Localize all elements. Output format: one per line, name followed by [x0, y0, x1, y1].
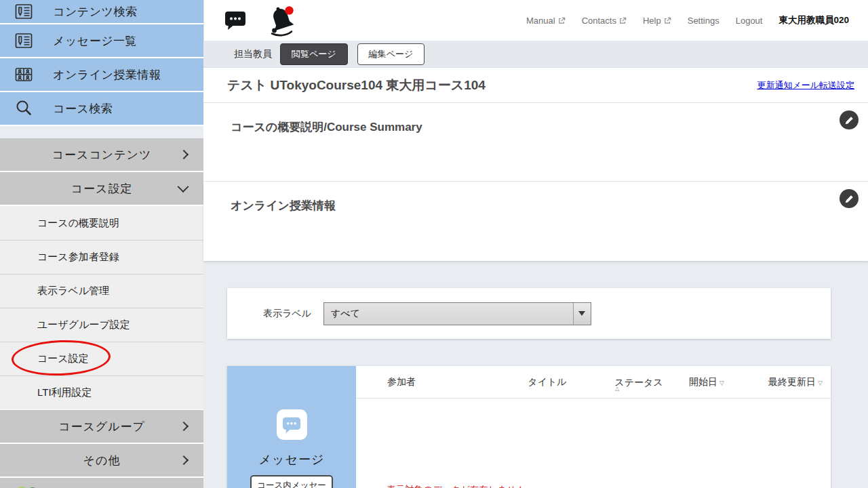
- display-label-label: 表示ラベル: [263, 308, 311, 320]
- subitem-label: コースの概要説明: [37, 217, 119, 230]
- sidebar-footer: [0, 478, 203, 488]
- notification-dot: [285, 6, 293, 14]
- chevron-right-icon: [179, 422, 189, 431]
- course-summary-section: コースの概要説明/Course Summary: [203, 103, 868, 182]
- subitem-label: コース設定: [37, 352, 89, 365]
- sidebar-item-label: コース検索: [53, 101, 113, 117]
- contacts-label: Contacts: [582, 16, 616, 26]
- help-link[interactable]: Help: [643, 16, 671, 26]
- column-start-date[interactable]: 開始日▽: [689, 376, 724, 388]
- message-table-header: 参加者 タイトル ステータス △ 開始日▽ 最終更新日▽: [356, 366, 831, 399]
- empty-list-message: 表示対象のデータが存在しません。: [387, 484, 535, 488]
- messages-icon[interactable]: [224, 10, 246, 33]
- update-mail-forward-link[interactable]: 更新通知メール転送設定: [757, 79, 854, 92]
- display-label-filter-card: 表示ラベル すべて: [227, 288, 831, 339]
- sidebar-item-course-search[interactable]: コース検索: [0, 92, 203, 125]
- course-titlebar: テスト UTokyoCourse104 東大用コース104 更新通知メール転送設…: [203, 68, 868, 103]
- logout-link[interactable]: Logout: [736, 16, 763, 26]
- message-list-card: メッセージ コース内メッセー 参加者 タイトル ステータス △ 開始日▽ 最終更…: [227, 366, 831, 488]
- subitem-label: 表示ラベル管理: [37, 285, 109, 298]
- subitem-label: LTI利用設定: [37, 386, 92, 399]
- online-class-info-heading: オンライン授業情報: [203, 182, 868, 214]
- manual-label: Manual: [526, 16, 555, 26]
- main-content: Manual Contacts Help: [203, 0, 868, 488]
- chevron-right-icon: [179, 150, 189, 159]
- itc-lms-screen: コンテンツ検索 メッセージ一覧: [0, 0, 868, 488]
- sidebar-item-online-class-info[interactable]: オンライン授業情報: [0, 58, 203, 91]
- message-bubble-icon: [277, 409, 307, 440]
- external-link-icon: [619, 17, 627, 24]
- column-last-updated[interactable]: 最終更新日▽: [768, 376, 823, 388]
- sidebar-item-label: コンテンツ検索: [53, 4, 138, 20]
- news-icon: [12, 1, 35, 22]
- chevron-right-icon: [179, 455, 189, 465]
- last-updated-label: 最終更新日: [768, 376, 816, 387]
- sidebar-item-label: メッセージ一覧: [53, 33, 137, 49]
- sidebar-item-message-list[interactable]: メッセージ一覧: [0, 24, 203, 57]
- select-value: すべて: [324, 308, 360, 320]
- display-label-select[interactable]: すべて: [323, 302, 591, 325]
- group-label: コース設定: [71, 181, 133, 197]
- group-label: コースグループ: [58, 419, 145, 434]
- manual-link[interactable]: Manual: [526, 16, 566, 26]
- pencil-icon: [844, 115, 854, 125]
- sidebar-subitem-user-group-settings[interactable]: ユーザグループ設定: [0, 308, 203, 342]
- sidebar-group-course-contents[interactable]: コースコンテンツ: [0, 138, 203, 171]
- page-tabbar: 担当教員 閲覧ページ 編集ページ: [203, 41, 868, 68]
- contacts-link[interactable]: Contacts: [582, 16, 627, 26]
- sidebar-subitem-lti-settings[interactable]: LTI利用設定: [0, 375, 203, 409]
- news-icon: [12, 30, 35, 51]
- group-label: その他: [83, 453, 121, 468]
- topbar: Manual Contacts Help: [203, 0, 868, 41]
- column-participants[interactable]: 参加者: [387, 376, 416, 388]
- dropdown-arrow-icon: [573, 303, 591, 325]
- header-links: Manual Contacts Help: [526, 0, 849, 41]
- sidebar-item-content-search[interactable]: コンテンツ検索: [0, 0, 203, 23]
- edit-course-summary-button[interactable]: [840, 110, 859, 129]
- video-conference-icon: [12, 64, 35, 85]
- sidebar-group-course-group[interactable]: コースグループ: [0, 410, 203, 443]
- message-table-body: 表示対象のデータが存在しません。: [356, 399, 831, 488]
- sidebar-spacer: [0, 126, 203, 138]
- sidebar-subitem-course-settings[interactable]: コース設定: [0, 342, 203, 375]
- course-settings-submenu: コースの概要説明 コース参加者登録 表示ラベル管理 ユーザグループ設定 コース設…: [0, 206, 203, 409]
- pencil-icon: [844, 194, 854, 204]
- course-summary-heading: コースの概要説明/Course Summary: [203, 103, 868, 135]
- lms-logo: [14, 485, 43, 488]
- subitem-label: コース参加者登録: [37, 251, 119, 264]
- view-page-tab[interactable]: 閲覧ページ: [280, 43, 348, 65]
- column-status[interactable]: ステータス: [614, 377, 663, 389]
- sort-descending-icon: ▽: [719, 380, 724, 386]
- sidebar-subitem-participant-registration[interactable]: コース参加者登録: [0, 240, 203, 274]
- group-label: コースコンテンツ: [52, 147, 152, 163]
- course-message-button[interactable]: コース内メッセー: [250, 475, 333, 488]
- sort-ascending-icon[interactable]: △: [615, 386, 619, 392]
- message-widget-title: メッセージ: [259, 451, 325, 468]
- search-icon: [12, 98, 35, 119]
- sidebar-group-course-settings[interactable]: コース設定: [0, 172, 203, 205]
- chevron-down-icon: [178, 181, 189, 192]
- course-title: テスト UTokyoCourse104 東大用コース104: [227, 77, 486, 94]
- help-label: Help: [643, 16, 661, 26]
- role-label: 担当教員: [234, 48, 272, 60]
- sidebar: コンテンツ検索 メッセージ一覧: [0, 0, 203, 488]
- edit-online-class-info-button[interactable]: [840, 189, 859, 208]
- settings-label: Settings: [688, 16, 719, 26]
- message-widget: メッセージ コース内メッセー: [227, 366, 356, 488]
- sort-descending-icon: ▽: [818, 380, 823, 386]
- start-date-label: 開始日: [689, 376, 717, 387]
- message-table: 参加者 タイトル ステータス △ 開始日▽ 最終更新日▽ 表示対象のデータが存在…: [356, 366, 831, 488]
- settings-link[interactable]: Settings: [688, 16, 719, 26]
- logout-label: Logout: [736, 16, 763, 26]
- column-title[interactable]: タイトル: [528, 376, 566, 388]
- edit-page-tab[interactable]: 編集ページ: [357, 43, 425, 65]
- sidebar-subitem-display-label-management[interactable]: 表示ラベル管理: [0, 274, 203, 308]
- sidebar-item-label: オンライン授業情報: [53, 67, 161, 83]
- username: 東大用教職員020: [778, 14, 849, 26]
- sidebar-subitem-course-summary[interactable]: コースの概要説明: [0, 206, 203, 240]
- sidebar-group-others[interactable]: その他: [0, 444, 203, 476]
- external-link-icon: [558, 17, 566, 24]
- notification-bell-icon[interactable]: [267, 4, 296, 39]
- page-area: 表示ラベル すべて: [203, 261, 868, 488]
- external-link-icon: [664, 17, 671, 24]
